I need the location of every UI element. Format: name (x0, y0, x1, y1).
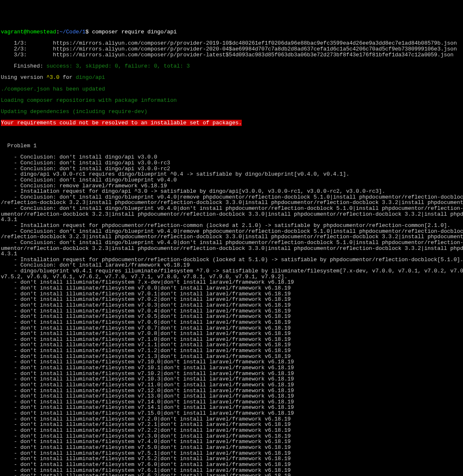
problem-line: - Conclusion: don't install dingo/bluepr… (1, 240, 462, 246)
problem-line: - don't install illuminate/filesystem v7… (1, 428, 462, 433)
using-version: Using version ^3.0 for dingo/api (1, 75, 462, 81)
loading-repos: Loading composer repositories with packa… (1, 98, 462, 103)
problem-line: 4.3.1 (1, 217, 462, 223)
problem-line: - Conclusion: don't install dingo/api v3… (1, 160, 462, 166)
problem-line: /reflection-docblock 3.2.3|install phpdo… (1, 200, 462, 206)
problem-line: - don't install illuminate/filesystem v7… (1, 297, 462, 302)
problem-line: umentor/reflection-docblock 3.2.3|instal… (1, 246, 462, 252)
problem-line: - Installation request for phpdocumentor… (1, 223, 462, 229)
problem-line: - Conclusion: don't install dingo/bluepr… (1, 229, 462, 234)
problem-line: - Conclusion: remove laravel/framework v… (1, 183, 462, 189)
problem-line: umentor/reflection-docblock 3.2.3|instal… (1, 212, 462, 217)
problem-line: - don't install illuminate/filesystem v7… (1, 388, 462, 394)
problem-line: - don't install illuminate/filesystem v7… (1, 359, 462, 365)
problem-line: - Installation request for phpdocumentor… (1, 257, 462, 263)
prompt-path: ~/Code/1 (59, 29, 85, 35)
problem-line: - don't install illuminate/filesystem v7… (1, 462, 462, 468)
problem-line: - don't install illuminate/filesystem v7… (1, 354, 462, 360)
problem-line: - don't install illuminate/filesystem v7… (1, 308, 462, 314)
download-line: 2/3: https://mirrors.aliyun.com/composer… (1, 46, 462, 52)
problem-line: - don't install illuminate/filesystem v7… (1, 348, 462, 354)
problem-line: - dingo/blueprint v0.4.1 requires illumi… (1, 268, 462, 274)
problem-line: 4.3.1 (1, 251, 462, 257)
problem-line: - don't install illuminate/filesystem v7… (1, 291, 462, 297)
problem-line: - don't install illuminate/filesystem v7… (1, 376, 462, 382)
problem-line: - don't install illuminate/filesystem v7… (1, 314, 462, 320)
updating-deps: Updating dependencies (including require… (1, 109, 462, 115)
problem-line: - Conclusion: don't install dingo/bluepr… (1, 194, 462, 200)
problem-line: - don't install illuminate/filesystem v7… (1, 382, 462, 388)
problem-line: /reflection-docblock 3.2.3|install phpdo… (1, 234, 462, 240)
problem-line: - don't install illuminate/filesystem v7… (1, 451, 462, 456)
finished-line: Finished: success: 3, skipped: 0, failur… (1, 63, 462, 69)
problem-line: - Conclusion: don't install dingo/api v3… (1, 166, 462, 172)
problem-line: - don't install illuminate/filesystem v7… (1, 422, 462, 428)
problem-line: - Installation request for dingo/api ^3.… (1, 189, 462, 194)
problem-line: - don't install illuminate/filesystem v7… (1, 337, 462, 343)
command: composer require dingo/api (92, 29, 177, 35)
download-line: 1/3: https://mirrors.aliyun.com/composer… (1, 40, 462, 46)
problem-line: - don't install illuminate/filesystem v7… (1, 439, 462, 445)
problem-line: - don't install illuminate/filesystem v7… (1, 405, 462, 411)
problem-line: - don't install illuminate/filesystem v7… (1, 325, 462, 331)
problem-line: - Conclusion: don't install dingo/bluepr… (1, 177, 462, 183)
problem-line: - Conclusion: don't install laravel/fram… (1, 262, 462, 268)
problem-line: - don't install illuminate/filesystem v7… (1, 320, 462, 325)
problem-line: - dingo/api v3.0.0-rc1 requires dingo/bl… (1, 171, 462, 177)
composer-updated: ./composer.json has been updated (1, 86, 462, 92)
prompt-user: vagrant@homestead (1, 29, 56, 35)
problem-line: - don't install illuminate/filesystem v7… (1, 331, 462, 337)
problem-header: Problem 1 (1, 143, 462, 149)
problem-line: - don't install illuminate/filesystem 7.… (1, 280, 462, 285)
problem-line: - don't install illuminate/filesystem v7… (1, 302, 462, 308)
problem-line: - don't install illuminate/filesystem v7… (1, 468, 462, 473)
terminal[interactable]: vagrant@homestead:~/Code/1$ composer req… (1, 24, 462, 476)
problem-line: - don't install illuminate/filesystem v7… (1, 393, 462, 399)
problem-line: - don't install illuminate/filesystem v7… (1, 411, 462, 416)
download-line: 3/3: https://mirrors.aliyun.com/composer… (1, 52, 462, 58)
error-line: Your requirements could not be resolved … (1, 120, 462, 126)
problem-line: - Conclusion: don't install dingo/api v3… (1, 154, 462, 160)
problem-line: - Conclusion: don't install dingo/bluepr… (1, 206, 462, 212)
problem-line: - don't install illuminate/filesystem v7… (1, 285, 462, 291)
problem-line: - don't install illuminate/filesystem v7… (1, 473, 462, 476)
prompt-line: vagrant@homestead:~/Code/1$ composer req… (1, 29, 462, 35)
problem-line: - don't install illuminate/filesystem v7… (1, 445, 462, 451)
problem-line: - don't install illuminate/filesystem v7… (1, 416, 462, 422)
problem-line: - don't install illuminate/filesystem v7… (1, 365, 462, 371)
problem-line: - don't install illuminate/filesystem v7… (1, 342, 462, 348)
problem-line: - don't install illuminate/filesystem v7… (1, 371, 462, 377)
problem-line: - don't install illuminate/filesystem v7… (1, 399, 462, 405)
problem-line: - don't install illuminate/filesystem v7… (1, 456, 462, 462)
problem-line: - don't install illuminate/filesystem v7… (1, 433, 462, 439)
problem-line: v7.5.2, v7.6.0, v7.6.1, v7.6.2, v7.7.0, … (1, 274, 462, 280)
